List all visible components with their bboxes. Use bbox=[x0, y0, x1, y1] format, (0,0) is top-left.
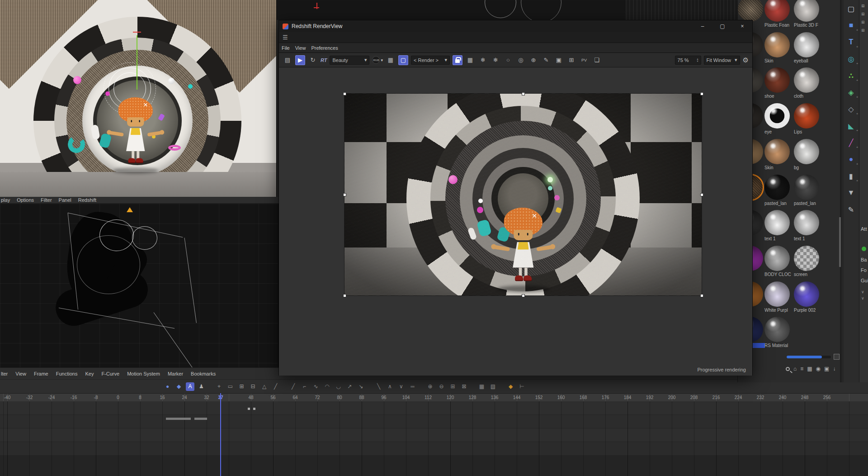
material-item[interactable]: Plastic 3D F bbox=[794, 0, 822, 28]
material-item[interactable]: pasted_lan bbox=[794, 175, 822, 206]
frame-all-icon[interactable]: ⊞ bbox=[448, 382, 457, 391]
expand-plus-icon[interactable]: ⊞ bbox=[861, 20, 865, 24]
material-item[interactable]: Purple 002 bbox=[794, 281, 822, 313]
spline-icon[interactable]: ╱+ bbox=[845, 137, 857, 148]
lock-icon[interactable] bbox=[453, 55, 462, 65]
cube-icon[interactable]: ■+ bbox=[845, 19, 857, 31]
material-item[interactable]: cloth bbox=[794, 67, 822, 99]
window-titlebar[interactable]: Redshift RenderView – ▢ × bbox=[279, 20, 752, 32]
tangent-a-icon[interactable]: ╲ bbox=[374, 382, 383, 391]
grid-box-icon[interactable]: ⊞ bbox=[237, 382, 246, 391]
resize-handle[interactable] bbox=[700, 193, 703, 196]
resize-handle[interactable] bbox=[700, 294, 703, 297]
material-item[interactable]: RS Material bbox=[764, 317, 793, 348]
search-icon[interactable] bbox=[786, 367, 790, 371]
tangent-d-icon[interactable]: ═ bbox=[408, 382, 417, 391]
timeline-menu-key[interactable]: Key bbox=[85, 371, 94, 376]
pv-icon[interactable]: PV bbox=[579, 55, 589, 65]
grid-icon[interactable]: ▦ bbox=[465, 55, 475, 65]
character-icon[interactable]: ♟ bbox=[197, 382, 206, 391]
material-item[interactable]: eye bbox=[764, 103, 793, 134]
maximize-button[interactable]: ▢ bbox=[712, 20, 732, 32]
linear-key-icon[interactable]: ╱ bbox=[289, 382, 297, 391]
menu-filter[interactable]: Filter bbox=[41, 197, 52, 203]
redshift-renderview-window[interactable]: Redshift RenderView – ▢ × ☰ FileViewPref… bbox=[278, 20, 753, 376]
constraint-icon[interactable]: ◈+ bbox=[845, 86, 857, 98]
collapse-icon[interactable]: ⊟ bbox=[249, 382, 257, 391]
menu-panel[interactable]: Panel bbox=[59, 197, 71, 203]
ease-in-icon[interactable]: ◡ bbox=[334, 382, 343, 391]
ramp-up-icon[interactable]: ↗ bbox=[345, 382, 354, 391]
timeline-menu-f-curve[interactable]: F-Curve bbox=[101, 371, 119, 376]
rendered-image[interactable]: ✕ bbox=[344, 94, 702, 295]
material-item[interactable]: Plastic Foan bbox=[764, 0, 793, 28]
menu-play[interactable]: play bbox=[1, 197, 10, 203]
funnel-icon[interactable]: ▼ bbox=[845, 187, 857, 199]
material-item[interactable]: BODY CLOC bbox=[764, 246, 793, 277]
material-item[interactable]: White Purpl bbox=[764, 281, 793, 313]
fit-select[interactable]: Fit Window ▾ bbox=[704, 56, 740, 65]
clip-bar[interactable] bbox=[166, 418, 191, 420]
timeline-tracks[interactable] bbox=[0, 401, 868, 476]
keyframe-mark[interactable] bbox=[253, 408, 255, 410]
ramp-down-icon[interactable]: ↘ bbox=[357, 382, 365, 391]
timeline-menu-motion-system[interactable]: Motion System bbox=[127, 371, 160, 376]
material-item[interactable] bbox=[738, 0, 766, 23]
scrollbar-thumb[interactable] bbox=[839, 217, 841, 267]
resize-handle[interactable] bbox=[522, 92, 525, 95]
chevron-down-icon[interactable]: ∨ bbox=[861, 296, 864, 300]
timeline-ruler[interactable]: 37 -40-32-24-16-808162432485664728088961… bbox=[0, 393, 868, 401]
material-item[interactable]: bg bbox=[794, 139, 822, 170]
text-icon[interactable]: T+ bbox=[845, 36, 857, 48]
timeline-menu-frame[interactable]: Frame bbox=[34, 371, 48, 376]
zoom-out-icon[interactable]: ⊖ bbox=[437, 382, 446, 391]
target-icon[interactable]: ◎ bbox=[516, 55, 526, 65]
expand-badge-icon[interactable]: + bbox=[856, 145, 859, 149]
cloner-icon[interactable]: ∴+ bbox=[845, 70, 857, 81]
annotate-icon[interactable]: ✎ bbox=[541, 55, 551, 65]
expand-badge-icon[interactable]: + bbox=[856, 162, 859, 166]
pen-icon[interactable]: ✎ bbox=[845, 204, 857, 215]
resize-handle[interactable] bbox=[343, 92, 346, 95]
timeline-menu-functions[interactable]: Functions bbox=[56, 371, 78, 376]
download-icon[interactable]: ↓ bbox=[833, 366, 835, 372]
sphere-view-icon[interactable]: ◉ bbox=[816, 366, 821, 372]
region-marquee-icon[interactable]: ▢ bbox=[398, 55, 408, 65]
timeline-menu-bookmarks[interactable]: Bookmarks bbox=[191, 371, 216, 376]
render-film-icon[interactable]: ▤ bbox=[283, 55, 292, 65]
expand-badge-icon[interactable]: + bbox=[856, 62, 859, 66]
zoom-spinner[interactable]: 75 % ▴ ▾ bbox=[675, 56, 701, 65]
rv-menu-view[interactable]: View bbox=[295, 45, 306, 51]
brush-icon[interactable]: ◎+ bbox=[845, 53, 857, 65]
preview-size-slider[interactable] bbox=[787, 356, 831, 358]
material-item[interactable]: Skin bbox=[764, 32, 793, 63]
material-item[interactable]: Skin bbox=[764, 139, 793, 170]
material-item[interactable]: eyeball bbox=[794, 32, 822, 63]
frame-icon[interactable]: ▢ bbox=[845, 3, 857, 14]
expand-badge-icon[interactable]: + bbox=[856, 45, 859, 49]
expand-badge-icon[interactable]: + bbox=[856, 112, 859, 116]
track-view-icon[interactable]: ▦ bbox=[477, 382, 486, 391]
deformer-icon[interactable]: ◣+ bbox=[845, 120, 857, 132]
expand-badge-icon[interactable]: + bbox=[856, 129, 859, 133]
expand-plus-icon[interactable]: ⊞ bbox=[861, 4, 865, 8]
spline-key-icon[interactable]: ∿ bbox=[311, 382, 320, 391]
snapshot-a-icon[interactable]: ❄ bbox=[478, 55, 488, 65]
slope-icon[interactable]: ╱ bbox=[271, 382, 280, 391]
start-render-icon[interactable]: ▶ bbox=[295, 55, 305, 65]
expand-badge-icon[interactable]: + bbox=[856, 28, 859, 32]
viewport-wireframe[interactable] bbox=[0, 204, 278, 367]
ease-out-icon[interactable]: ◠ bbox=[323, 382, 331, 391]
aov-select[interactable]: Beauty ▾ bbox=[330, 56, 369, 65]
add-track-icon[interactable]: ⊢ bbox=[518, 382, 526, 391]
autokey-icon[interactable]: A bbox=[186, 382, 194, 391]
step-key-icon[interactable]: ⌐ bbox=[300, 382, 309, 391]
slider-box-icon[interactable] bbox=[834, 354, 840, 360]
material-item[interactable]: pasted_lan bbox=[764, 175, 793, 206]
checker-background-icon[interactable]: ▦ bbox=[386, 55, 396, 65]
snapshot-select[interactable]: < Render > ▾ bbox=[411, 56, 450, 65]
expand-badge-icon[interactable]: + bbox=[856, 179, 859, 183]
resize-handle[interactable] bbox=[522, 294, 525, 297]
character[interactable]: ✕ bbox=[107, 95, 165, 172]
chevron-down-icon[interactable]: ∨ bbox=[861, 290, 864, 294]
